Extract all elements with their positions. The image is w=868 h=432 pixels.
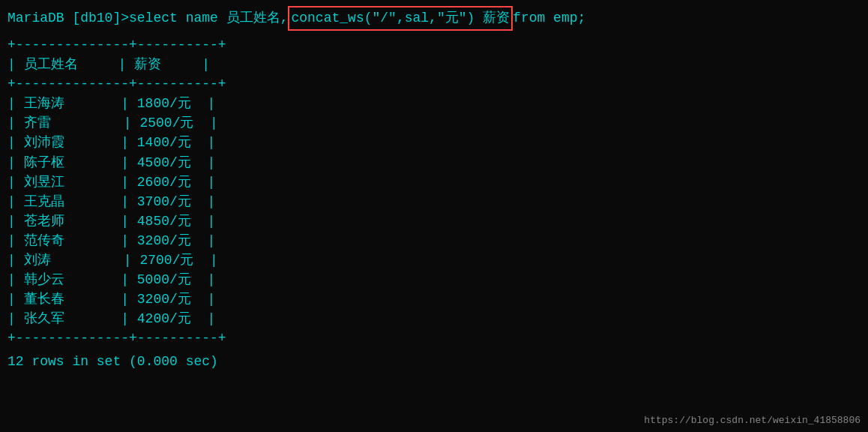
table-row: | 苍老师 | 4850/元 |: [7, 212, 861, 231]
cmd-highlighted: concat_ws("/",sal,"元") 薪资: [288, 6, 513, 31]
table-separator-header: +--------------+----------+: [7, 74, 861, 94]
query-result-table: +--------------+----------+ | 员工姓名 | 薪资 …: [7, 35, 861, 349]
table-separator-bottom: +--------------+----------+: [7, 328, 861, 348]
table-row: | 刘沛霞 | 1400/元 |: [7, 133, 861, 152]
table-row: | 刘昱江 | 2600/元 |: [7, 172, 861, 192]
table-row: | 王海涛 | 1800/元 |: [7, 94, 861, 113]
cmd-part-3: from emp;: [513, 8, 585, 28]
table-row: | 齐雷 | 2500/元 |: [7, 113, 861, 133]
terminal-window: MariaDB [db10]> select name 员工姓名,concat_…: [0, 0, 868, 432]
cmd-part-1: select name 员工姓名,: [129, 8, 288, 28]
prompt: MariaDB [db10]>: [7, 8, 129, 28]
table-row: | 刘涛 | 2700/元 |: [7, 250, 861, 270]
table-header: | 员工姓名 | 薪资 |: [7, 55, 861, 74]
table-separator-top: +--------------+----------+: [7, 35, 861, 55]
table-row: | 董长春 | 3200/元 |: [7, 290, 861, 309]
table-row: | 张久军 | 4200/元 |: [7, 309, 861, 328]
table-row: | 陈子枢 | 4500/元 |: [7, 153, 861, 172]
table-row: | 范传奇 | 3200/元 |: [7, 231, 861, 250]
table-row: | 韩少云 | 5000/元 |: [7, 270, 861, 290]
watermark: https://blog.csdn.net/weixin_41858806: [644, 415, 861, 426]
table-row: | 王克晶 | 3700/元 |: [7, 192, 861, 212]
command-line: MariaDB [db10]> select name 员工姓名,concat_…: [7, 6, 861, 31]
result-footer: 12 rows in set (0.000 sec): [7, 352, 861, 372]
